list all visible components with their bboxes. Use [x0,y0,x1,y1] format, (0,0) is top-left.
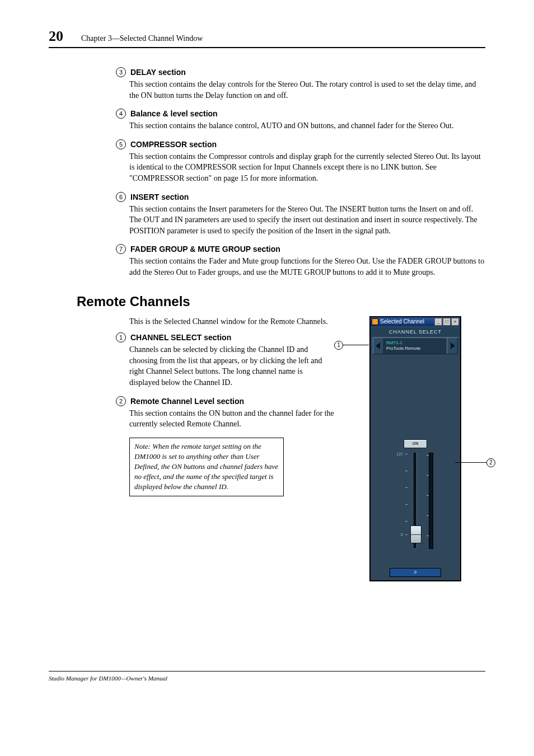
annotation-1: 1 [334,341,343,350]
item-body: This section contains the ON button and … [129,408,334,430]
fader-scale: 127 0 [396,452,407,536]
fader-knob[interactable] [410,525,421,543]
note-box: Note: When the remote target setting on … [129,438,284,496]
page-number: 20 [49,28,63,45]
item-title: INSERT section [130,192,189,201]
annotation-line [343,345,369,345]
on-button[interactable]: ON [404,439,427,448]
item-title: Remote Channel Level section [130,397,244,406]
item-compressor: 5 COMPRESSOR section This section contai… [116,139,485,184]
item-channel-select: 1 CHANNEL SELECT section Channels can be… [116,332,334,388]
svg-marker-1 [451,342,455,349]
item-marker: 4 [116,109,126,119]
meter-ticks [425,453,429,548]
item-body: This section contains the balance contro… [129,120,485,132]
item-body: This section contains the Compressor con… [129,151,485,184]
window-body-spacer [371,355,460,439]
item-marker: 3 [116,67,126,77]
channel-id-line2: ProTools Remote [386,346,444,351]
channel-select-row: RMT1-1 ProTools Remote [373,337,458,354]
scale-label-top: 127 [396,452,403,456]
item-fader-mute-group: 7 FADER GROUP & MUTE GROUP section This … [116,244,485,278]
section-heading-remote: Remote Channels [77,294,485,309]
chapter-title: Chapter 3—Selected Channel Window [81,34,203,43]
annotation-2: 2 [486,458,495,467]
item-marker: 6 [116,192,126,202]
channel-next-button[interactable] [447,338,458,354]
item-title: Balance & level section [130,109,218,118]
channel-fader[interactable] [414,453,417,548]
item-delay: 3 DELAY section This section contains th… [116,67,485,101]
close-button[interactable]: × [451,318,459,326]
item-marker: 2 [116,396,126,406]
channel-prev-button[interactable] [373,338,384,354]
page-header: 20 Chapter 3—Selected Channel Window [49,28,485,48]
footer-text: Studio Manager for DM1000—Owner's Manual [49,671,485,682]
item-title: DELAY section [130,68,186,77]
triangle-left-icon [376,342,381,349]
fader-area: 127 0 [371,452,460,564]
item-marker: 7 [116,244,126,254]
minimize-button[interactable]: _ [434,318,442,326]
channel-id[interactable]: RMT1-1 ProTools Remote [384,338,447,354]
item-body: Channels can be selected by clicking the… [129,344,334,388]
item-title: FADER GROUP & MUTE GROUP section [130,245,280,253]
item-marker: 1 [116,332,126,342]
svg-marker-0 [376,342,380,349]
scale-label-zero: 0 [401,532,403,536]
item-body: This section contains the Fader and Mute… [129,256,485,278]
selected-channel-window: Selected Channel _ □ × CHANNEL SELECT [369,316,461,581]
item-marker: 5 [116,139,126,149]
triangle-right-icon [449,342,455,349]
item-body: This section contains the Insert paramet… [129,204,485,237]
level-meter [429,453,433,549]
item-body: This section contains the delay controls… [129,79,485,101]
window-title: Selected Channel [380,318,424,325]
item-title: CHANNEL SELECT section [130,333,231,342]
titlebar[interactable]: Selected Channel _ □ × [371,317,460,326]
channel-id-line1: RMT1-1 [386,340,444,346]
app-icon [372,318,378,325]
channel-long-name[interactable]: 8 [390,568,441,577]
item-insert: 6 INSERT section This section contains t… [116,192,485,237]
remote-intro: This is the Selected Channel window for … [129,316,334,327]
item-title: COMPRESSOR section [130,140,217,149]
channel-select-label: CHANNEL SELECT [371,327,460,336]
item-remote-level: 2 Remote Channel Level section This sect… [116,396,334,430]
maximize-button[interactable]: □ [443,318,451,326]
item-balance: 4 Balance & level section This section c… [116,109,485,132]
